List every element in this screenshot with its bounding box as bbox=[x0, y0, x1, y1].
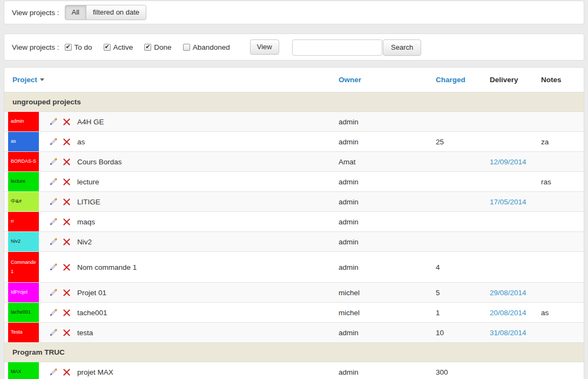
view-mode-toolbar: View projects : All filtered on date bbox=[4, 1, 584, 24]
table-header-row: Project Owner Charged Delivery Notes bbox=[4, 68, 584, 92]
group-header: Program TRUC bbox=[4, 343, 584, 362]
delete-x-icon[interactable] bbox=[63, 218, 71, 226]
owner-cell: admin bbox=[335, 238, 432, 246]
edit-pencil-icon[interactable] bbox=[49, 368, 58, 377]
table-row: admin A4H GE admin bbox=[4, 112, 584, 132]
project-badge-label: admin bbox=[11, 117, 24, 126]
project-color-badge: Testa bbox=[8, 323, 39, 342]
charged-cell: 300 bbox=[432, 368, 486, 376]
project-name: projet MAX bbox=[77, 368, 113, 376]
project-badge-label: Niv2 bbox=[11, 237, 21, 246]
delete-x-icon[interactable] bbox=[63, 138, 71, 146]
edit-pencil-icon[interactable] bbox=[49, 117, 58, 127]
table-row: rr maqs admin bbox=[4, 212, 584, 232]
edit-pencil-icon[interactable] bbox=[49, 157, 58, 167]
search-group: Search bbox=[292, 39, 421, 56]
project-color-badge: lecture bbox=[8, 172, 39, 191]
project-name: Projet 01 bbox=[77, 289, 106, 297]
view-projects-label: View projects : bbox=[12, 9, 59, 17]
filter-checkbox-active[interactable]: Active bbox=[104, 43, 133, 51]
column-header-charged[interactable]: Charged bbox=[436, 76, 465, 84]
delete-x-icon[interactable] bbox=[63, 368, 71, 376]
filter-checkbox-abandoned[interactable]: Abandoned bbox=[183, 43, 230, 51]
view-button[interactable]: View bbox=[250, 39, 279, 55]
owner-cell: admin bbox=[335, 118, 432, 126]
checkbox-label: To do bbox=[75, 43, 92, 51]
project-color-badge: BORDAS-S bbox=[8, 152, 39, 171]
delete-x-icon[interactable] bbox=[63, 289, 71, 297]
filter-label: View projects : bbox=[12, 43, 59, 51]
checkbox-icon[interactable] bbox=[144, 44, 151, 51]
edit-pencil-icon[interactable] bbox=[49, 177, 58, 187]
table-row: lecture lecture admin ras bbox=[4, 172, 584, 192]
delivery-date-link[interactable]: 29/08/2014 bbox=[486, 289, 537, 297]
charged-cell: 25 bbox=[432, 138, 486, 146]
table-row: tache001 tache001 michel 1 20/08/2014 as bbox=[4, 303, 584, 323]
delivery-date-link[interactable]: 12/09/2014 bbox=[486, 158, 537, 166]
project-color-badge: Niv2 bbox=[8, 232, 39, 251]
project-badge-label: as bbox=[11, 137, 16, 146]
delivery-date-link[interactable]: 17/05/2014 bbox=[486, 198, 537, 206]
table-row: 中&# LITIGE admin 17/05/2014 bbox=[4, 192, 584, 212]
delete-x-icon[interactable] bbox=[63, 118, 71, 126]
project-badge-label: tache001 bbox=[11, 308, 31, 317]
filter-checkbox-done[interactable]: Done bbox=[144, 43, 171, 51]
table-row: Niv2 Niv2 admin bbox=[4, 232, 584, 252]
delivery-date-link[interactable]: 31/08/2014 bbox=[486, 329, 537, 337]
edit-pencil-icon[interactable] bbox=[49, 263, 58, 272]
edit-pencil-icon[interactable] bbox=[49, 217, 58, 227]
search-button[interactable]: Search bbox=[383, 39, 421, 56]
delete-x-icon[interactable] bbox=[63, 309, 71, 317]
column-header-delivery: Delivery bbox=[490, 76, 518, 84]
group-header: ungrouped projects bbox=[4, 92, 584, 112]
delete-x-icon[interactable] bbox=[63, 198, 71, 206]
filter-checkbox-todo[interactable]: To do bbox=[65, 43, 92, 51]
project-color-badge: Commande 1 bbox=[8, 252, 39, 282]
owner-cell: admin bbox=[335, 263, 432, 271]
edit-pencil-icon[interactable] bbox=[49, 308, 58, 317]
edit-pencil-icon[interactable] bbox=[49, 328, 58, 337]
edit-pencil-icon[interactable] bbox=[49, 137, 58, 147]
owner-cell: michel bbox=[335, 309, 432, 317]
filtered-on-date-button[interactable]: filtered on date bbox=[86, 5, 146, 20]
project-name: testa bbox=[77, 329, 93, 337]
charged-cell: 1 bbox=[432, 309, 486, 317]
column-header-owner[interactable]: Owner bbox=[339, 76, 361, 84]
all-projects-button[interactable]: All bbox=[65, 5, 86, 20]
table-row: Testa testa admin 10 31/08/2014 bbox=[4, 323, 584, 343]
owner-cell: Amat bbox=[335, 158, 432, 166]
project-color-badge: IdProjet bbox=[8, 283, 39, 302]
status-filter-bar: View projects : To do Active Done Abando… bbox=[4, 34, 584, 61]
notes-cell: ras bbox=[537, 178, 584, 186]
table-row: Commande 1 Nom commande 1 admin 4 bbox=[4, 252, 584, 283]
delete-x-icon[interactable] bbox=[63, 329, 71, 337]
project-badge-label: MAX bbox=[11, 367, 22, 376]
checkbox-icon[interactable] bbox=[104, 44, 111, 51]
view-mode-button-group: All filtered on date bbox=[65, 5, 146, 20]
project-color-badge: rr bbox=[8, 212, 39, 231]
column-header-project[interactable]: Project bbox=[12, 76, 37, 84]
checkbox-icon[interactable] bbox=[65, 44, 72, 51]
group-name: Program TRUC bbox=[12, 348, 65, 356]
edit-pencil-icon[interactable] bbox=[49, 237, 58, 247]
sort-desc-icon[interactable] bbox=[40, 78, 44, 81]
checkbox-icon[interactable] bbox=[183, 44, 190, 51]
delete-x-icon[interactable] bbox=[63, 178, 71, 186]
delete-x-icon[interactable] bbox=[63, 238, 71, 246]
project-badge-label: IdProjet bbox=[11, 288, 28, 297]
project-color-badge: 中&# bbox=[8, 192, 39, 211]
project-name: tache001 bbox=[77, 309, 107, 317]
project-badge-label: BORDAS-S bbox=[11, 157, 36, 166]
delivery-date-link[interactable]: 20/08/2014 bbox=[486, 309, 537, 317]
edit-pencil-icon[interactable] bbox=[49, 197, 58, 207]
project-color-badge: as bbox=[8, 132, 39, 151]
search-input[interactable] bbox=[292, 39, 382, 56]
project-name: as bbox=[77, 138, 85, 146]
delete-x-icon[interactable] bbox=[63, 263, 71, 271]
checkbox-label: Abandoned bbox=[193, 43, 230, 51]
delete-x-icon[interactable] bbox=[63, 158, 71, 166]
projects-table: Project Owner Charged Delivery Notes ung… bbox=[4, 67, 584, 379]
project-badge-label: rr bbox=[11, 217, 14, 226]
edit-pencil-icon[interactable] bbox=[49, 288, 58, 297]
owner-cell: michel bbox=[335, 289, 432, 297]
